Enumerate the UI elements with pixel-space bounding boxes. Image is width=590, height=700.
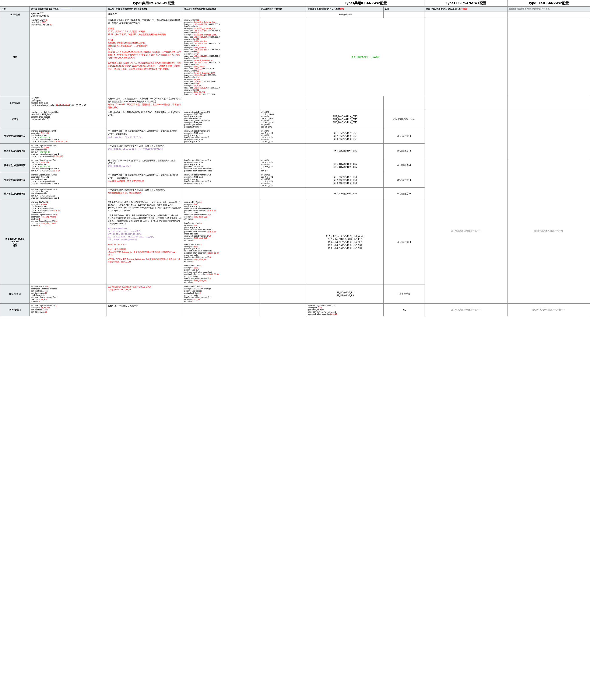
netmgmt-bz: eth后面数字+1 <box>383 158 425 173</box>
compstor-sw2: RH4_eth2改为RH4_eth3 <box>307 188 384 200</box>
row-mgplane-cat: 管理节点访问管理平面 <box>0 129 30 144</box>
mgmt-step3b: int g0/0/2 des RH1_BMC int g0/0/3 des RH… <box>260 110 307 129</box>
row-ethtrunk-cat: 需要配置Eth-Trunk: vRouter NAT ELB <box>0 200 30 285</box>
col-category: 分类 <box>0 7 30 11</box>
ethtrunk-sw2: RH5_eth2_Vroute改为RH5_eth3_Vroute RH5_eth… <box>307 200 384 285</box>
row-compstor-cat: 计算节点访问存储平面 <box>0 188 30 200</box>
estormgmt-judge: eStor只有一个管理口，无需复制 <box>106 303 183 316</box>
estorbiz-bz: P后面数字+1 <box>383 285 425 303</box>
estormgmt-fs2: 跟Type1共用SW2配置一毛一样吗？ <box>507 303 590 316</box>
row-estormgmt-cat: eStor管理口 <box>0 303 30 316</box>
row-compmgmt-cat: 计算节点访问管理平面 <box>0 144 30 158</box>
uplink-judge: 只有一个上联口，不需要要复制。其中只有vlan24,25不需要放行【上联口也就是… <box>106 96 183 110</box>
compmgmt-judge: 一个计算节点RH4需要使用SW接口访问管理平面，无需复制 难点：pvid 25、… <box>106 144 183 158</box>
ethtrunk-bz: eth后面数字+1 <box>383 200 425 285</box>
header-c3: Type1 FSIPSAN-SW1配置 <box>425 0 507 7</box>
mgplane-step3: interface GigabitEthernet0/0/6 descripti… <box>183 129 260 144</box>
netmgmt-template: interface GigabitEthernet0/0/9 descripti… <box>30 158 106 173</box>
gw-template: interface Vlanif20 description BMC ip ad… <box>30 18 106 96</box>
mgmt-step3: interface GigabitEthernet0/0/3 descripti… <box>183 110 260 129</box>
mgplane-bz: eth后面数字+1 <box>383 129 425 144</box>
mgstor-step3b: int g0/0/11 des RH1_eth2 int g0/0/12 des… <box>260 173 307 188</box>
col-beizhu: 备注 <box>383 7 425 11</box>
header-c4: Type1 FSIPSAN-SW2配置 <box>507 0 590 7</box>
mgstor-judge: 三个管理节点RH1-RH3需要使用SW接口访问存储平面，需要占用g0/0/10和… <box>106 173 183 188</box>
uplink-template: int g0/0/1 desc uplink port link-type tr… <box>30 96 106 110</box>
estorbiz-judge: ELB有Gateway_In,Gateway_Out,VTEP,ELB_Down… <box>106 285 183 303</box>
vlan-judge: 创建VLAN <box>106 11 183 18</box>
vlan-step3b <box>260 11 307 18</box>
vlan-template: sysname SW1 vlan batch 20 to 40 <box>30 11 106 18</box>
mgmt-sw2: RH1_BMC改成RH4_BMC RH2_BMC改成RH5_BMC RH3_BM… <box>307 110 384 129</box>
estorbiz-sw2: ST_P0改成ST_P1 ST_P2改成ST_P3 <box>307 285 384 303</box>
ethtrunk-step3: interface Eth-Trunk2 description NAT por… <box>183 200 260 285</box>
compstor-template: interface GigabitEthernet0/0/14 descript… <box>30 188 106 200</box>
mgplane-template: interface GigabitEthernet0/0/5 descripti… <box>30 129 106 144</box>
estormgmt-template: interface GigabitEthernet0/0/23 descript… <box>30 303 106 316</box>
netmgmt-step3b: int g0/0/9 des RH5_eth0 int g0/0/10 des … <box>260 158 307 173</box>
config-table: Type1共用IPSAN-SW1配置 Type1共用IPSAN-SW2配置 Ty… <box>0 0 590 316</box>
compmgmt-template: interface GigabitEthernet0/0/8 descripti… <box>30 144 106 158</box>
row-netmgmt-cat: 网络节点访问管理平面 <box>0 158 30 173</box>
mgstor-template: interface GigabitEthernet0/0/11 descript… <box>30 173 106 188</box>
netmgmt-step3: interface GigabitEthernet0/0/10 descript… <box>183 158 260 173</box>
header-c2: Type1共用IPSAN-SW2配置 <box>307 0 425 7</box>
col-step3b: 第三步的另外一种写法 <box>260 7 307 11</box>
gw-ifaces: interface Vlanif22 description Cascading… <box>183 18 260 96</box>
ethtrunk-template: interface Eth-Trunk1 description Vrouter… <box>30 200 106 285</box>
gw-judge: 连接到接入交换机有13个网络平面，需要复制12次，依次按网络规划表进行填写，配置… <box>106 18 183 96</box>
ethtrunk-judge: 两个网络节点RH5-6需要使用SW接口访问vRouter、NAT、ELB，其中：… <box>106 200 183 285</box>
row-mgmt-cat: 管理口 <box>0 110 30 129</box>
fs2-note: 跟Type1共用SW2配置一毛一样 <box>507 158 590 303</box>
mgstor-step3: interface GigabitEthernet0/0/12 descript… <box>183 173 260 188</box>
mgmt-template: interface GigabitEthernet0/0/2 descripti… <box>30 110 106 129</box>
row-gw-cat: 网关 <box>0 18 30 96</box>
row-vlan-cat: VLAN生成 <box>0 11 30 18</box>
netmgmt-sw2: RH5_eth0改为RH5_eth1 RH6_eth0改为RH6_eth1 <box>307 158 384 173</box>
mgstor-sw2: RH1_eth2改为RH1_eth3 RH2_eth2改为RH2_eth3 RH… <box>307 173 384 188</box>
row-uplink-cat: 上联核心口 <box>0 96 30 110</box>
header-c1: Type1共用IPSAN-SW1配置 <box>0 0 307 7</box>
col-c3-note: 我跟Type1共用IPSAN-SW1差别只有一点点 <box>425 7 507 11</box>
vlan-step3 <box>183 11 260 18</box>
row-mgstor-cat: 管理节点访问存储平面 <box>0 173 30 188</box>
col-c4-note: 我跟Type1共用IPSAN-SW2差别只有一点点 <box>507 7 590 11</box>
mgmt-bz: 打破下面的队形，过分 <box>383 110 425 129</box>
col-step4: 第四步：复制前面的所有，只修改差异 <box>307 7 384 11</box>
compmgmt-sw2: RH4_eth0改为RH4_eth1 <box>307 144 384 158</box>
col-step2: 第二步：判断是否需要复制【记住要修改】 <box>106 7 183 11</box>
row-estorbiz-cat: eStor业务口 <box>0 285 30 303</box>
mgplane-step3b: int g0/0/5 des RH1_eth0 int g0/0/6 des R… <box>260 129 307 144</box>
compstor-bz: eth后面数字+1 <box>383 188 425 200</box>
col-step1: 第一步：配置模版【背下我来】 ————→ <box>30 7 106 11</box>
compmgmt-bz: eth后面数字+1 <box>383 144 425 158</box>
estormgmt-sw2: interface GigabitEthernet0/0/23 descript… <box>307 303 384 316</box>
estormgmt-fs1: 跟Type1共用SW1配置一毛一样 <box>425 303 507 316</box>
estorbiz-step3: interface Eth-Trunk7 description Cascadi… <box>183 285 260 303</box>
col-step3: 第三步：复制后按网络规划表修改 <box>183 7 260 11</box>
mgmt-judge: 按照交换机接口表，RH1-3的管理口配置在SW1，需要复制2次，占用g0/0/3… <box>106 110 183 129</box>
mgplane-sw2: RH1_eth0改为RH1_eth1 RH2_eth0改为RH2_eth1 RH… <box>307 129 384 144</box>
vlan-sw2: SW1改成SW2 <box>307 11 384 18</box>
fs1-note: 跟Type1共用SW1配置一毛一样 <box>425 158 507 303</box>
mgplane-judge: 三个管理节点RH1-RH3需要使用SW接口访问管理平面，需要占用g0/0/6和g… <box>106 129 183 144</box>
compstor-judge: 一个计算节点RH4需要使用SW接口访问存储平面，无需复制。 vlan21是被破获… <box>106 188 183 200</box>
mgstor-bz: eth后面数字+1 <box>383 173 425 188</box>
gw-note: 网关只需要配置在一台SW即可 <box>307 18 425 96</box>
estorbiz-template: interface Eth-Trunk6 description Cascade… <box>30 285 106 303</box>
estormgmt-bz: FCD <box>383 303 425 316</box>
netmgmt-judge: 两个网络节点RH5-6需要使用SW接口访问管理平面，需要复制1次，占用g0/0/… <box>106 158 183 173</box>
